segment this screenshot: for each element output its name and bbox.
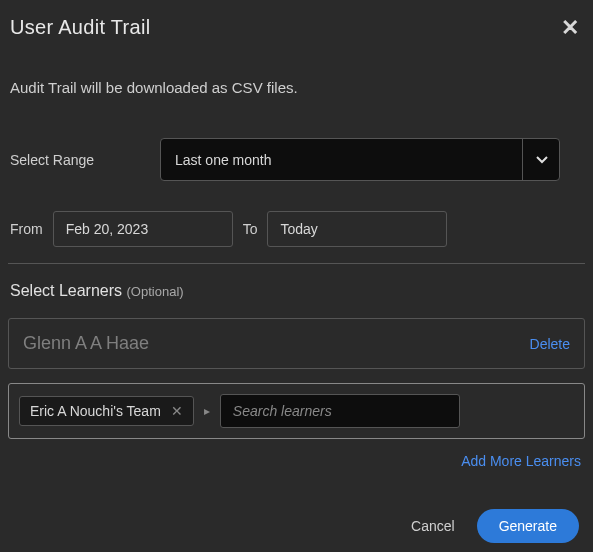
cancel-button[interactable]: Cancel [411, 518, 455, 534]
search-learners-input[interactable] [220, 394, 460, 428]
divider [8, 263, 585, 264]
optional-label: (Optional) [127, 284, 184, 299]
range-select[interactable]: Last one month [160, 138, 560, 181]
learners-title-text: Select Learners [10, 282, 127, 299]
team-chip[interactable]: Eric A Nouchi's Team ✕ [19, 396, 194, 426]
to-label: To [243, 221, 258, 237]
add-more-learners-link[interactable]: Add More Learners [8, 453, 585, 469]
close-icon[interactable]: ✕ [561, 17, 579, 39]
range-row: Select Range Last one month [8, 138, 585, 181]
delete-learner-button[interactable]: Delete [530, 336, 570, 352]
modal-header: User Audit Trail ✕ [8, 16, 585, 39]
from-date-input[interactable]: Feb 20, 2023 [53, 211, 233, 247]
modal-title: User Audit Trail [10, 16, 150, 39]
learner-entry-1: Glenn A A Haae Delete [8, 318, 585, 369]
caret-right-icon: ▸ [204, 404, 210, 418]
date-range-row: From Feb 20, 2023 To Today [8, 211, 585, 247]
to-date-input[interactable]: Today [267, 211, 447, 247]
learner-entry-2: Eric A Nouchi's Team ✕ ▸ [8, 383, 585, 439]
learner-name: Glenn A A Haae [23, 333, 149, 354]
learners-section-title: Select Learners (Optional) [8, 282, 585, 300]
from-label: From [10, 221, 43, 237]
range-label: Select Range [8, 152, 160, 168]
modal-description: Audit Trail will be downloaded as CSV fi… [8, 79, 585, 96]
remove-chip-icon[interactable]: ✕ [171, 403, 183, 419]
team-chip-label: Eric A Nouchi's Team [30, 403, 161, 419]
range-select-value: Last one month [160, 138, 560, 181]
generate-button[interactable]: Generate [477, 509, 579, 543]
modal-footer: Cancel Generate [8, 509, 585, 543]
chevron-down-icon[interactable] [522, 138, 560, 181]
audit-trail-modal: User Audit Trail ✕ Audit Trail will be d… [0, 0, 593, 552]
